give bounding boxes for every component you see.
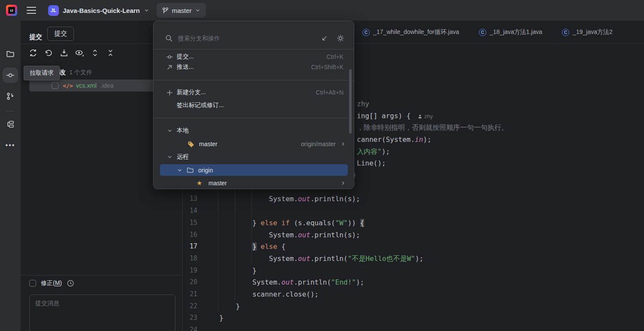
- local-branch-master[interactable]: master origin/master: [153, 138, 354, 150]
- code-line: 21scanner.close();: [183, 288, 644, 300]
- show-diff-preview-button[interactable]: [75, 48, 84, 58]
- remote-branches-header[interactable]: 远程: [153, 151, 354, 163]
- code-token: in: [415, 135, 423, 144]
- commit-tab[interactable]: 提交: [47, 27, 74, 41]
- line-number: 18: [183, 253, 197, 265]
- code-text: System.out.println(s);: [219, 229, 360, 241]
- shelve-button[interactable]: [59, 48, 69, 58]
- code-token: {: [277, 242, 285, 251]
- line-number: 24: [183, 324, 197, 331]
- panel-separator: [21, 275, 182, 276]
- code-line: 13System.out.println(s);: [183, 193, 644, 205]
- history-clock-icon[interactable]: [67, 279, 74, 287]
- branch-tag-icon: [187, 141, 195, 148]
- code-token: "End!": [331, 278, 356, 286]
- code-text: scanner.close();: [219, 288, 319, 300]
- git-branches-popup: 提交... Ctrl+K 推送... Ctrl+Shift+K 新建分支... …: [153, 21, 354, 189]
- tool-window-bar: •••: [0, 21, 21, 331]
- menu-label: 新建分支...: [177, 89, 206, 96]
- menu-label: 签出标记或修订...: [177, 101, 224, 109]
- shelve-icon: [60, 49, 68, 57]
- branch-widget[interactable]: master: [156, 3, 206, 18]
- refresh-button[interactable]: [28, 48, 38, 58]
- more-tool-windows-button[interactable]: •••: [3, 138, 18, 153]
- editor-tab[interactable]: C _18_java方法1.java: [479, 28, 542, 36]
- menu-label: 推送...: [177, 63, 194, 71]
- line-number: 19: [183, 265, 197, 277]
- code-fragment: ing[] args) { zhy: [357, 110, 433, 122]
- code-token: ，除非特别指明，否则就按照顺序一句一句执行。: [357, 123, 508, 132]
- code-token: System.: [269, 195, 298, 203]
- section-label: 远程: [177, 153, 189, 161]
- project-tool-button[interactable]: [3, 46, 18, 61]
- tracking-branch: origin/master: [301, 141, 336, 147]
- structure-tool-button[interactable]: [3, 116, 18, 132]
- code-token: out: [298, 195, 310, 203]
- expand-all-icon: [91, 49, 99, 57]
- code-fragment: ，除非特别指明，否则就按照顺序一句一句执行。: [357, 122, 508, 134]
- collapse-all-button[interactable]: [106, 48, 115, 58]
- commit-message-input[interactable]: [29, 294, 175, 331]
- chevron-right-icon: [340, 180, 346, 186]
- popup-search-row: [153, 30, 354, 47]
- code-token: [277, 219, 282, 227]
- menu-item-new-branch[interactable]: 新建分支... Ctrl+Alt+N: [153, 86, 354, 98]
- code-token: (s.equals(: [290, 219, 335, 227]
- popup-separator: [153, 49, 354, 49]
- code-token: if: [282, 219, 290, 227]
- code-token: .println(s);: [310, 231, 360, 239]
- more-icon: •••: [6, 141, 15, 149]
- code-token: }: [252, 242, 257, 251]
- code-text: } else if (s.equals("W")) {: [219, 217, 364, 229]
- menu-item-checkout-revision[interactable]: 签出标记或修订...: [153, 99, 354, 111]
- changes-node[interactable]: 改 1 个文件: [59, 68, 92, 77]
- line-number: 17: [183, 241, 197, 253]
- folder-icon: [187, 166, 194, 174]
- code-token: );: [356, 278, 364, 286]
- code-token: System.: [269, 231, 298, 239]
- gear-icon: [337, 34, 344, 42]
- line-number: 23: [183, 312, 197, 324]
- code-line: 24: [183, 324, 644, 331]
- chevron-down-icon: [177, 167, 183, 173]
- main-menu-icon[interactable]: [27, 6, 36, 15]
- xml-file-icon: </>: [63, 83, 73, 89]
- intellij-logo-icon[interactable]: IJ: [6, 5, 17, 16]
- project-widget[interactable]: JL Java-Basics-Quick-Learn: [46, 3, 152, 17]
- code-text: System.out.println(s);: [219, 193, 360, 205]
- editor-tab[interactable]: C _17_while_dowhile_for循环.java: [362, 28, 459, 36]
- line-number: 21: [183, 288, 197, 300]
- code-line: 22}: [183, 300, 644, 313]
- code-token: )): [348, 219, 360, 227]
- code-token: );: [382, 147, 390, 156]
- menu-item-push[interactable]: 推送... Ctrl+Shift+K: [153, 61, 354, 73]
- collapse-all-icon: [107, 49, 114, 57]
- menu-shortcut: Ctrl+Alt+N: [316, 89, 343, 96]
- commit-panel-title: 提交: [29, 33, 42, 41]
- pull-requests-tool-button[interactable]: [3, 89, 18, 104]
- popup-separator: [153, 118, 354, 118]
- code-token: out: [282, 278, 294, 286]
- remote-group-origin[interactable]: origin: [153, 164, 354, 176]
- code-token: zhy: [357, 100, 369, 108]
- file-checkbox[interactable]: [52, 82, 58, 89]
- expand-all-button[interactable]: [90, 48, 100, 58]
- title-bar: IJ JL Java-Basics-Quick-Learn master: [0, 0, 644, 21]
- open-in-tool-window-button[interactable]: [320, 34, 328, 42]
- code-text: }: [219, 312, 224, 324]
- code-token: Line();: [357, 159, 386, 167]
- rollback-button[interactable]: [44, 48, 53, 58]
- settings-button[interactable]: [337, 34, 344, 42]
- commit-tool-button[interactable]: [3, 67, 18, 83]
- code-token: {: [360, 219, 365, 227]
- code-line: 23}: [183, 312, 644, 324]
- remote-branch-master[interactable]: ★ master: [153, 177, 354, 189]
- amend-checkbox[interactable]: [29, 280, 36, 287]
- code-fragment: zhy: [357, 98, 369, 110]
- local-branches-header[interactable]: 本地: [153, 125, 354, 137]
- popup-scrollbar[interactable]: [349, 69, 352, 134]
- branch-search-input[interactable]: [178, 35, 320, 42]
- line-number: 20: [183, 276, 197, 288]
- java-class-icon: C: [479, 29, 486, 36]
- editor-tab[interactable]: C _19_java方法2: [562, 28, 613, 36]
